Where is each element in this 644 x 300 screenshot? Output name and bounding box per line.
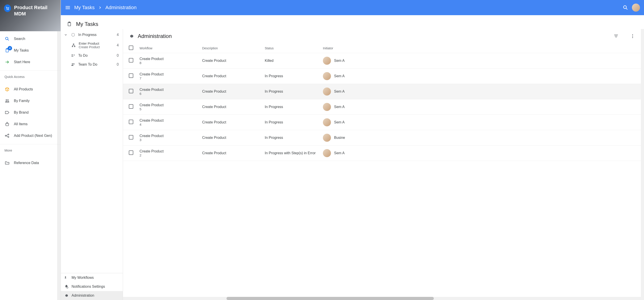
sidebar-item-label: Start Here xyxy=(14,60,30,64)
table-row[interactable]: Create Product5Create ProductIn Progress… xyxy=(123,99,641,115)
vertical-scrollbar[interactable] xyxy=(641,29,644,300)
category-enter-product[interactable]: Enter Product Create Product 4 xyxy=(61,39,123,51)
row-checkbox[interactable] xyxy=(129,89,133,93)
table-row[interactable]: Create Product4Create ProductIn Progress… xyxy=(123,115,641,130)
row-status: In Progress xyxy=(265,120,323,124)
category-to-do[interactable]: To Do 0 xyxy=(61,51,123,60)
svg-point-2 xyxy=(6,37,8,40)
category-count: 4 xyxy=(117,43,119,47)
page-title: My Tasks xyxy=(76,21,98,27)
table-head: Workflow Description Status Initiator xyxy=(123,43,641,53)
sidebar-item-all-items[interactable]: All Items xyxy=(0,118,60,130)
category-count: 0 xyxy=(117,54,119,58)
row-id: 3 xyxy=(140,138,202,142)
tag-icon xyxy=(4,110,10,115)
menu-icon[interactable] xyxy=(65,5,71,10)
sidebar-item-reference-data[interactable]: Reference Data xyxy=(0,157,60,169)
row-workflow: Create Product xyxy=(140,119,202,123)
sidebar-item-label: All Products xyxy=(14,87,33,91)
link-administration[interactable]: Administration xyxy=(61,291,123,300)
clipboard-icon xyxy=(67,21,72,27)
table-row[interactable]: Create Product2Create ProductIn Progress… xyxy=(123,146,641,161)
share-icon xyxy=(4,133,10,138)
row-checkbox[interactable] xyxy=(129,135,133,140)
svg-rect-15 xyxy=(72,46,73,47)
page-title-row: My Tasks xyxy=(61,17,644,29)
row-initiator: Sem A xyxy=(334,151,344,155)
col-description[interactable]: Description xyxy=(202,46,265,50)
col-status[interactable]: Status xyxy=(265,46,323,50)
sidebar-item-search[interactable]: Search xyxy=(0,33,60,45)
more-heading: More xyxy=(0,145,60,155)
table-row[interactable]: Create Product7Create ProductIn Progress… xyxy=(123,69,641,84)
basket-icon xyxy=(4,122,10,127)
svg-point-5 xyxy=(6,100,7,101)
row-description: Create Product xyxy=(202,136,265,140)
link-my-workflows[interactable]: My Workflows xyxy=(61,273,123,282)
sidebar-item-label: By Brand xyxy=(14,111,28,115)
category-in-progress[interactable]: In Progress 4 xyxy=(61,30,123,39)
sidebar-hero: Product Retail MDM xyxy=(0,0,60,31)
svg-rect-16 xyxy=(74,46,75,47)
col-initiator[interactable]: Initiator xyxy=(323,46,635,50)
todo-icon xyxy=(71,53,76,58)
table-row[interactable]: Create Product8Create ProductKilledSem A xyxy=(123,53,641,69)
avatar xyxy=(323,103,331,111)
row-description: Create Product xyxy=(202,74,265,78)
sidebar-item-label: Search xyxy=(14,37,25,41)
topbar-search-icon[interactable] xyxy=(622,5,628,10)
row-initiator: Sem A xyxy=(334,120,344,124)
quick-access-heading: Quick Access xyxy=(0,72,60,82)
chevron-right-icon xyxy=(98,6,102,9)
top-bar: My Tasks Administration xyxy=(61,0,644,15)
table-row[interactable]: Create Product6Create ProductIn Progress… xyxy=(123,84,641,99)
row-checkbox[interactable] xyxy=(129,120,133,124)
col-workflow[interactable]: Workflow xyxy=(140,46,202,50)
breadcrumb-root[interactable]: My Tasks xyxy=(74,5,94,10)
team-icon xyxy=(71,62,76,67)
row-description: Create Product xyxy=(202,151,265,155)
svg-point-21 xyxy=(632,34,633,35)
link-label: Administration xyxy=(72,294,94,298)
row-workflow: Create Product xyxy=(140,57,202,61)
sidebar-item-label: Add Product (Next Gen) xyxy=(14,134,52,138)
sidebar-item-add-product[interactable]: Add Product (Next Gen) xyxy=(0,130,60,142)
svg-point-18 xyxy=(73,63,74,64)
horizontal-scrollbar[interactable] xyxy=(123,297,641,300)
more-vert-icon[interactable] xyxy=(630,34,635,39)
row-checkbox[interactable] xyxy=(129,150,133,155)
row-checkbox[interactable] xyxy=(129,73,133,78)
row-checkbox[interactable] xyxy=(129,58,133,62)
category-label: To Do xyxy=(78,54,88,58)
link-notifications-settings[interactable]: Notifications Settings xyxy=(61,282,123,291)
sidebar-item-my-tasks[interactable]: 4 My Tasks xyxy=(0,45,60,56)
progress-icon xyxy=(71,33,76,37)
sidebar-item-by-family[interactable]: By Family xyxy=(0,95,60,107)
avatar xyxy=(323,57,331,65)
avatar xyxy=(323,118,331,126)
row-id: 2 xyxy=(140,153,202,157)
row-id: 4 xyxy=(140,123,202,126)
row-checkbox[interactable] xyxy=(129,104,133,109)
svg-point-1 xyxy=(8,9,8,10)
gear-icon xyxy=(129,33,134,39)
arrow-right-icon xyxy=(4,59,10,65)
sidebar-item-label: By Family xyxy=(14,99,30,103)
row-initiator: Sem A xyxy=(334,74,344,78)
table-row[interactable]: Create Product3Create ProductIn Progress… xyxy=(123,130,641,146)
table-pane: Administration Workflow Descript xyxy=(123,29,641,300)
filter-icon[interactable] xyxy=(614,34,618,39)
row-workflow: Create Product xyxy=(140,149,202,153)
category-team-to-do[interactable]: Team To Do 0 xyxy=(61,60,123,69)
select-all-checkbox[interactable] xyxy=(129,45,133,50)
sidebar-item-all-products[interactable]: All Products xyxy=(0,83,60,95)
sidebar-item-start-here[interactable]: Start Here xyxy=(0,56,60,68)
box-icon xyxy=(4,87,10,92)
sidebar-item-by-brand[interactable]: By Brand xyxy=(0,107,60,118)
svg-point-10 xyxy=(624,5,626,8)
category-label: Enter Product xyxy=(79,41,100,45)
avatar xyxy=(323,72,331,80)
app-title: Product Retail MDM xyxy=(14,4,56,17)
svg-point-0 xyxy=(7,9,7,10)
topbar-avatar[interactable] xyxy=(632,3,640,12)
